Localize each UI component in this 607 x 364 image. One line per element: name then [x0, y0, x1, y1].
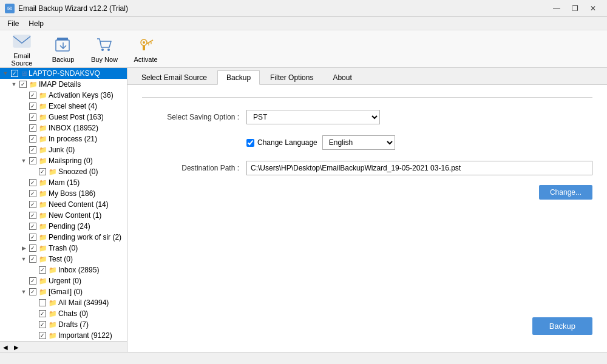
tree-item-label: Junk (0) [49, 146, 75, 154]
item-checkbox[interactable] [39, 321, 46, 328]
tree-item[interactable]: 📁 In process (21) [0, 133, 127, 144]
tree-item[interactable]: ▼ 📁 [Gmail] (0) [0, 286, 127, 297]
root-checkbox[interactable] [11, 70, 18, 77]
right-panel: Select Email Source Backup Filter Option… [127, 68, 607, 352]
close-button[interactable]: ✕ [584, 0, 602, 17]
tab-backup[interactable]: Backup [217, 70, 260, 85]
tree-item[interactable]: 📁 Chats (0) [0, 308, 127, 319]
folder-icon: 📁 [39, 244, 47, 252]
item-checkbox[interactable] [29, 255, 36, 263]
item-checkbox[interactable] [29, 124, 36, 132]
tree-item[interactable]: 📁 Guest Post (163) [0, 112, 127, 123]
scroll-right-button[interactable]: ▶ [11, 342, 22, 352]
tree-item[interactable]: 📁 All Mail (34994) [0, 297, 127, 308]
tree-item-label: Drafts (7) [58, 320, 89, 329]
tree-item[interactable]: ▼ 📁 Test (0) [0, 254, 127, 265]
tree-item[interactable]: ▼ 📁 IMAP Details [0, 79, 127, 90]
tab-select-email-source[interactable]: Select Email Source [132, 70, 216, 84]
menu-bar: File Help [0, 17, 607, 30]
maximize-button[interactable]: ❐ [566, 0, 584, 17]
folder-icon: 📁 [39, 223, 47, 231]
menu-help[interactable]: Help [24, 18, 49, 29]
item-checkbox[interactable] [39, 332, 46, 339]
tree-item-label: Inbox (2895) [58, 266, 99, 274]
item-checkbox[interactable] [39, 266, 46, 274]
item-checkbox[interactable] [29, 201, 36, 208]
item-checkbox[interactable] [29, 244, 36, 252]
tab-about[interactable]: About [324, 70, 361, 84]
expand-icon[interactable]: ▼ [10, 80, 18, 89]
minimize-button[interactable]: — [548, 0, 566, 17]
destination-row: Destination Path : [142, 161, 592, 175]
tree-item[interactable]: 📁 New Content (1) [0, 210, 127, 221]
item-checkbox[interactable] [39, 168, 46, 175]
item-checkbox[interactable] [29, 92, 36, 99]
item-checkbox[interactable] [29, 146, 36, 153]
activate-label: Activate [134, 56, 157, 63]
folder-icon: 📁 [29, 81, 38, 89]
menu-file[interactable]: File [2, 18, 24, 29]
tree-item[interactable]: 📁 Snoozed (0) [0, 166, 127, 177]
tree-item[interactable]: 📁 Pending work of sir (2) [0, 232, 127, 243]
email-source-label: Email Source [5, 52, 39, 67]
item-checkbox[interactable] [29, 157, 36, 164]
tree-item[interactable]: 📁 Important (9122) [0, 330, 127, 341]
item-checkbox[interactable] [29, 212, 36, 219]
saving-option-select[interactable]: PST MBOX EML MSG PDF HTML [246, 110, 380, 124]
tree-item[interactable]: 📁 Activation Keys (36) [0, 90, 127, 101]
tree-item-label: All Mail (34994) [58, 298, 109, 307]
scroll-arrows: ◀ ▶ [0, 341, 127, 352]
tree-item[interactable]: 📁 Urgent (0) [0, 275, 127, 286]
tab-filter-options[interactable]: Filter Options [261, 70, 322, 84]
item-checkbox[interactable] [29, 103, 36, 110]
expand-icon[interactable]: ▶ [19, 244, 28, 252]
expand-icon[interactable]: ▼ [19, 288, 28, 296]
tree-item[interactable]: 📁 Inbox (2895) [0, 265, 127, 275]
folder-icon: 📁 [49, 332, 57, 340]
change-language-label[interactable]: Change Language [246, 138, 317, 147]
tree-item[interactable]: 📁 INBOX (18952) [0, 123, 127, 133]
window-controls: — ❐ ✕ [548, 0, 602, 17]
language-select[interactable]: English French German Spanish [322, 135, 395, 150]
tree-root-label: LAPTOP-SNDAKSVQ [29, 69, 100, 78]
item-checkbox[interactable] [39, 310, 46, 317]
item-checkbox[interactable] [29, 234, 36, 241]
email-source-button[interactable]: Email Source [5, 33, 39, 66]
tree-item-label: Pending work of sir (2) [49, 233, 121, 241]
expand-icon[interactable]: ▼ [1, 69, 10, 78]
expand-icon[interactable]: ▼ [19, 255, 28, 263]
item-checkbox[interactable] [29, 223, 36, 230]
destination-input[interactable] [246, 161, 592, 175]
item-checkbox[interactable] [29, 113, 36, 121]
item-checkbox[interactable] [29, 179, 36, 186]
tree-item[interactable]: 📁 Mam (15) [0, 177, 127, 188]
item-checkbox[interactable] [39, 299, 46, 306]
tree-item[interactable]: 📁 Pending (24) [0, 221, 127, 232]
saving-option-label: Select Saving Option : [142, 113, 239, 121]
tree-item[interactable]: 📁 Drafts (7) [0, 319, 127, 330]
tree-item[interactable]: 📁 Need Content (14) [0, 199, 127, 210]
backup-button[interactable]: Backup [46, 33, 80, 66]
tree-item[interactable]: ▼ 📁 Mailspring (0) [0, 155, 127, 166]
change-button[interactable]: Change... [539, 185, 592, 200]
item-checkbox[interactable] [29, 135, 36, 143]
expand-icon[interactable]: ▼ [19, 157, 28, 165]
item-checkbox[interactable] [29, 288, 36, 295]
tree-root[interactable]: ▼ 🖥 LAPTOP-SNDAKSVQ [0, 68, 127, 79]
folder-icon: 📁 [39, 113, 47, 121]
scroll-left-button[interactable]: ◀ [0, 342, 11, 352]
backup-action-button[interactable]: Backup [532, 317, 592, 335]
tree-item[interactable]: 📁 Junk (0) [0, 144, 127, 155]
item-checkbox[interactable] [29, 190, 36, 197]
change-language-checkbox[interactable] [246, 139, 254, 147]
buy-now-button[interactable]: Buy Now [87, 33, 121, 66]
status-bar [0, 352, 607, 364]
tree-item[interactable]: ▶ 📁 Trash (0) [0, 243, 127, 254]
tree-item-label: Mam (15) [49, 178, 80, 187]
activate-button[interactable]: Activate [129, 33, 163, 66]
tree-item[interactable]: 📁 Excel sheet (4) [0, 101, 127, 112]
item-checkbox[interactable] [19, 81, 27, 88]
buy-now-icon [95, 35, 114, 55]
item-checkbox[interactable] [29, 277, 36, 285]
tree-item[interactable]: 📁 My Boss (186) [0, 188, 127, 199]
